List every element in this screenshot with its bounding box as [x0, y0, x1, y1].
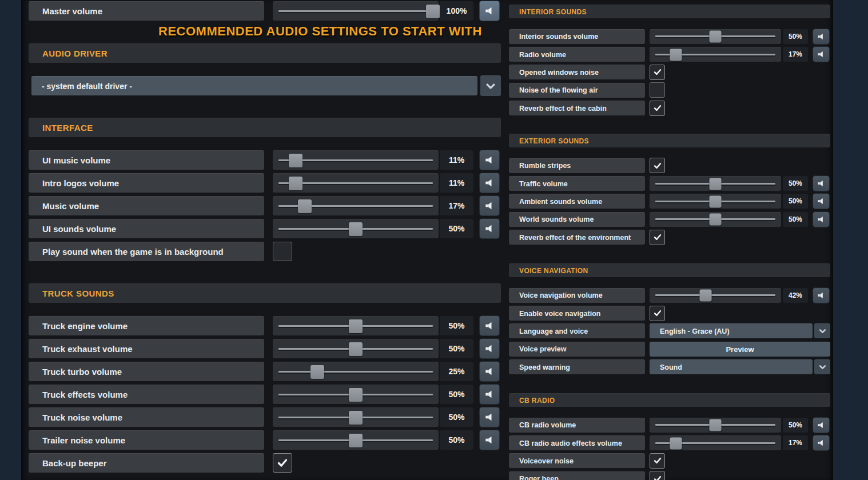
- ambient-sounds-volume-mute-button[interactable]: [813, 193, 830, 209]
- back-up-beeper-checkbox[interactable]: [273, 453, 292, 473]
- slider-handle[interactable]: [349, 319, 363, 333]
- truck-exhaust-volume-slider[interactable]: [273, 339, 439, 358]
- checkmark-icon: [652, 308, 663, 318]
- speed-warning-dropdown[interactable]: Sound: [650, 359, 813, 374]
- ambient-sounds-volume-value: 50%: [783, 194, 808, 209]
- radio-volume-mute-button[interactable]: [813, 46, 830, 62]
- slider-handle[interactable]: [426, 5, 440, 18]
- ui-music-volume-mute-button[interactable]: [479, 150, 500, 170]
- section-title-text: INTERFACE: [42, 123, 93, 133]
- setting-label-text: Radio volume: [519, 51, 566, 59]
- setting-label-text: UI music volume: [42, 155, 110, 165]
- cb-radio-volume-mute-button[interactable]: [813, 417, 830, 433]
- master-volume-slider[interactable]: [273, 1, 439, 21]
- voice-navigation-volume-slider[interactable]: [650, 288, 781, 303]
- intro-logos-volume-value: 11%: [440, 173, 473, 193]
- noise-of-the-flowing-air-label: Noise of the flowing air: [509, 83, 645, 98]
- cb-radio-audio-effects-volume-slider[interactable]: [650, 435, 781, 450]
- reverb-effect-of-the-environment-checkbox[interactable]: [650, 230, 665, 245]
- setting-label-text: Music volume: [42, 201, 99, 211]
- audio-driver-dropdown[interactable]: - system default driver -: [31, 76, 477, 95]
- noise-of-the-flowing-air-checkbox[interactable]: [650, 82, 665, 98]
- intro-logos-volume-slider[interactable]: [273, 173, 439, 193]
- slider-handle[interactable]: [289, 177, 302, 190]
- traffic-volume-label: Traffic volume: [509, 176, 645, 191]
- truck-exhaust-volume-mute-button[interactable]: [479, 338, 500, 359]
- setting-label-text: UI sounds volume: [42, 224, 116, 234]
- music-volume-mute-button[interactable]: [479, 195, 500, 216]
- slider-handle[interactable]: [670, 437, 682, 449]
- world-sounds-volume-slider[interactable]: [650, 212, 781, 227]
- language-and-voice-dropdown[interactable]: English - Grace (AU): [650, 323, 813, 338]
- radio-volume-slider[interactable]: [650, 47, 781, 62]
- ui-sounds-volume-slider[interactable]: [273, 219, 439, 238]
- truck-exhaust-volume-value: 50%: [440, 339, 473, 358]
- cb-radio-volume-slider[interactable]: [650, 418, 781, 433]
- slider-handle[interactable]: [710, 178, 722, 190]
- truck-noise-volume-slider[interactable]: [273, 407, 439, 427]
- enable-voice-navigation-checkbox[interactable]: [650, 306, 665, 321]
- world-sounds-volume-mute-button[interactable]: [813, 211, 830, 227]
- preview-button[interactable]: Preview: [650, 342, 830, 357]
- interior-sounds-volume-mute-button[interactable]: [813, 29, 830, 45]
- slider-track: [278, 10, 433, 12]
- traffic-volume-value: 50%: [783, 176, 808, 191]
- truck-effects-volume-slider[interactable]: [273, 385, 439, 404]
- truck-turbo-volume-slider[interactable]: [273, 362, 439, 381]
- slider-handle[interactable]: [349, 342, 363, 356]
- voice-preview-label: Voice preview: [509, 342, 645, 357]
- master-volume-mute-button[interactable]: [479, 1, 500, 21]
- cb-radio-audio-effects-volume-label: CB radio audio effects volume: [509, 435, 645, 450]
- slider-handle[interactable]: [298, 199, 312, 213]
- roger-beep-checkbox[interactable]: [650, 471, 665, 480]
- ui-music-volume-value: 11%: [440, 150, 473, 170]
- ui-sounds-volume-mute-button[interactable]: [479, 218, 500, 239]
- section-title-text: AUDIO DRIVER: [42, 49, 107, 58]
- slider-handle[interactable]: [289, 154, 302, 167]
- slider-handle[interactable]: [349, 411, 363, 425]
- slider-handle[interactable]: [710, 195, 722, 207]
- trailer-noise-volume-slider[interactable]: [273, 430, 439, 450]
- slider-handle[interactable]: [710, 419, 722, 431]
- language-and-voice-label: Language and voice: [509, 323, 645, 338]
- reverb-effect-of-the-cabin-checkbox[interactable]: [650, 101, 665, 116]
- slider-track: [655, 294, 775, 296]
- checkmark-icon: [276, 456, 289, 470]
- traffic-volume-slider[interactable]: [650, 176, 781, 191]
- intro-logos-volume-mute-button[interactable]: [479, 173, 500, 193]
- rumble-stripes-checkbox[interactable]: [650, 158, 665, 173]
- speed-warning-dropdown-open-button[interactable]: [814, 359, 830, 374]
- truck-noise-volume-value: 50%: [440, 407, 473, 427]
- slider-handle[interactable]: [670, 49, 682, 61]
- truck-effects-volume-mute-button[interactable]: [479, 384, 500, 405]
- play-sound-when-the-game-is-in-background-checkbox[interactable]: [273, 242, 292, 261]
- ambient-sounds-volume-slider[interactable]: [650, 194, 781, 209]
- volume-percent-text: 50%: [448, 224, 464, 233]
- truck-engine-volume-mute-button[interactable]: [479, 315, 500, 336]
- interior-sounds-volume-slider[interactable]: [650, 29, 781, 44]
- opened-windows-noise-checkbox[interactable]: [650, 65, 665, 80]
- audio-driver-dropdown-open-button[interactable]: [480, 75, 501, 96]
- cb-radio-audio-effects-volume-mute-button[interactable]: [813, 435, 830, 451]
- trailer-noise-volume-mute-button[interactable]: [479, 430, 500, 450]
- truck-noise-volume-mute-button[interactable]: [479, 407, 500, 427]
- ambient-sounds-volume-label: Ambient sounds volume: [509, 194, 645, 209]
- slider-handle[interactable]: [710, 31, 722, 43]
- voice-navigation-volume-mute-button[interactable]: [813, 287, 830, 303]
- music-volume-slider[interactable]: [273, 196, 439, 215]
- music-volume-value: 17%: [440, 196, 473, 215]
- traffic-volume-mute-button[interactable]: [813, 175, 830, 191]
- slider-handle[interactable]: [710, 214, 722, 226]
- truck-turbo-volume-mute-button[interactable]: [479, 361, 500, 382]
- slider-handle[interactable]: [310, 365, 324, 379]
- ui-music-volume-slider[interactable]: [273, 150, 439, 170]
- slider-handle[interactable]: [349, 434, 363, 447]
- slider-handle[interactable]: [349, 388, 363, 402]
- voiceover-noise-checkbox[interactable]: [650, 453, 665, 469]
- slider-handle[interactable]: [700, 290, 712, 302]
- volume-percent-text: 11%: [449, 155, 464, 165]
- truck-engine-volume-slider[interactable]: [273, 316, 439, 335]
- slider-handle[interactable]: [349, 222, 363, 236]
- setting-label-text: Trailer noise volume: [42, 435, 125, 445]
- language-and-voice-dropdown-open-button[interactable]: [814, 323, 830, 338]
